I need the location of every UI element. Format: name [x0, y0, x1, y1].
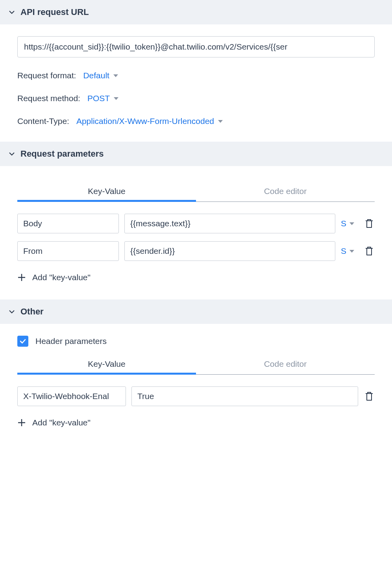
caret-down-icon — [218, 120, 223, 123]
param-row: S — [17, 214, 375, 233]
add-key-value-label: Add "key-value" — [32, 273, 91, 282]
param-type-select[interactable]: S — [341, 246, 358, 256]
trash-icon — [364, 218, 374, 229]
caret-down-icon — [114, 97, 118, 100]
request-format-label: Request format: — [17, 71, 76, 80]
add-key-value-button[interactable]: Add "key-value" — [17, 418, 91, 427]
header-params-checkbox[interactable] — [17, 336, 28, 347]
request-format-value: Default — [83, 71, 109, 80]
param-type-value: S — [341, 219, 346, 228]
section-request-params-header[interactable]: Request parameters — [0, 142, 392, 166]
request-format-row: Request format: Default — [17, 71, 375, 80]
section-api-url-header[interactable]: API request URL — [0, 0, 392, 24]
chevron-down-icon — [9, 151, 15, 157]
check-icon — [19, 338, 26, 345]
section-other-body: Header parameters Key-Value Code editor … — [0, 324, 392, 445]
params-tabs: Key-Value Code editor — [17, 182, 375, 202]
trash-icon — [364, 391, 374, 401]
chevron-down-icon — [9, 309, 15, 315]
trash-icon — [364, 246, 374, 256]
content-type-select[interactable]: Application/X-Www-Form-Urlencoded — [76, 116, 223, 126]
param-type-select[interactable]: S — [341, 219, 358, 228]
section-title: Request parameters — [20, 149, 104, 159]
param-row: S — [17, 241, 375, 261]
plus-icon — [17, 273, 26, 282]
caret-down-icon — [349, 250, 354, 253]
add-key-value-button[interactable]: Add "key-value" — [17, 273, 91, 282]
request-method-select[interactable]: POST — [87, 94, 118, 103]
section-api-url-body: Request format: Default Request method: … — [0, 24, 392, 142]
header-params-row: Header parameters — [17, 336, 375, 347]
plus-icon — [17, 418, 26, 427]
section-title: Other — [20, 307, 44, 317]
add-key-value-label: Add "key-value" — [32, 418, 91, 427]
header-key-input[interactable] — [17, 386, 126, 406]
tab-code-editor[interactable]: Code editor — [196, 182, 375, 201]
header-value-input[interactable] — [131, 386, 358, 406]
tab-key-value[interactable]: Key-Value — [17, 355, 196, 374]
param-key-input[interactable] — [17, 241, 119, 261]
chevron-down-icon — [9, 9, 15, 15]
caret-down-icon — [113, 74, 118, 77]
param-key-input[interactable] — [17, 214, 119, 233]
request-format-select[interactable]: Default — [83, 71, 118, 80]
request-method-row: Request method: POST — [17, 94, 375, 103]
delete-row-button[interactable] — [364, 245, 375, 257]
header-row — [17, 386, 375, 406]
header-params-label: Header parameters — [35, 336, 107, 346]
param-value-input[interactable] — [124, 241, 335, 261]
request-method-value: POST — [87, 94, 110, 103]
delete-row-button[interactable] — [364, 217, 375, 230]
header-tabs: Key-Value Code editor — [17, 355, 375, 375]
api-url-input[interactable] — [17, 36, 375, 57]
tab-key-value[interactable]: Key-Value — [17, 182, 196, 201]
caret-down-icon — [349, 222, 354, 225]
section-other-header[interactable]: Other — [0, 299, 392, 324]
content-type-value: Application/X-Www-Form-Urlencoded — [76, 116, 214, 126]
tab-code-editor[interactable]: Code editor — [196, 355, 375, 374]
delete-row-button[interactable] — [364, 390, 375, 403]
request-method-label: Request method: — [17, 94, 80, 103]
param-value-input[interactable] — [124, 214, 335, 233]
param-type-value: S — [341, 246, 346, 256]
content-type-row: Content-Type: Application/X-Www-Form-Url… — [17, 116, 375, 126]
section-request-params-body: Key-Value Code editor S S — [0, 166, 392, 299]
section-title: API request URL — [20, 7, 89, 17]
content-type-label: Content-Type: — [17, 116, 69, 126]
